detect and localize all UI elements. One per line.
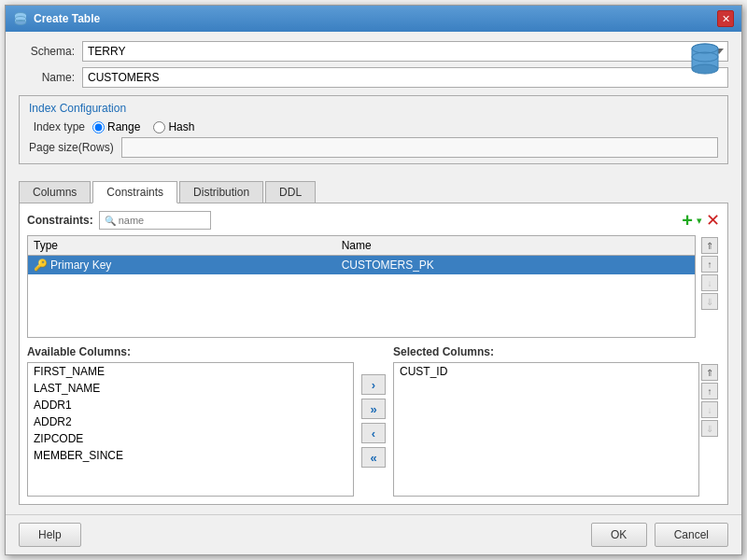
db-icon-decoration [685,39,725,81]
svg-point-7 [692,64,718,74]
help-button[interactable]: Help [19,523,81,547]
constraints-label: Constraints: [27,214,93,227]
page-size-label: Page size(Rows) [29,141,114,154]
tab-ddl[interactable]: DDL [265,181,316,203]
constraint-order-buttons: ⇑ ↑ ↓ ⇓ [699,235,720,338]
list-item[interactable]: CUST_ID [394,363,698,380]
index-type-radios: Range Hash [92,120,204,133]
range-radio[interactable] [92,121,105,133]
selected-columns-panel: Selected Columns: CUST_ID ⇑ ↑ ↓ ⇓ [393,345,720,497]
create-table-dialog: Create Table ✕ Schema: TERRY Name: Index… [5,5,742,555]
list-item[interactable]: ZIPCODE [28,430,353,447]
page-size-row: Page size(Rows) [29,137,718,158]
constraints-search-input[interactable] [119,215,203,226]
table-name-input[interactable] [82,67,728,88]
index-type-label: Index type [29,120,85,133]
schema-row: Schema: TERRY [19,41,728,62]
constraints-toolbar: Constraints: 🔍 + ▾ ✕ [27,211,720,230]
sel-move-top-button[interactable]: ⇑ [701,364,718,381]
move-up-button[interactable]: ↑ [701,256,718,273]
list-item[interactable]: ADDR2 [28,413,353,430]
name-row: Name: [19,67,728,88]
list-item[interactable]: MEMBER_SINCE [28,447,353,464]
table-row[interactable]: 🔑 Primary Key CUSTOMERS_PK [28,256,695,275]
range-label: Range [107,120,140,133]
hash-radio[interactable] [153,121,165,133]
titlebar-left: Create Table [13,11,100,26]
col-header-type: Type [28,236,336,256]
name-label: Name: [19,71,75,84]
move-right-all-button[interactable]: » [361,399,386,419]
selected-columns-list: CUST_ID [393,362,699,497]
dialog-content: Schema: TERRY Name: Index Configuration … [6,32,741,514]
schema-label: Schema: [19,45,75,58]
columns-section: Available Columns: FIRST_NAME LAST_NAME … [27,345,720,497]
sel-move-bottom-button[interactable]: ⇓ [701,420,718,437]
move-left-single-button[interactable]: ‹ [361,423,386,443]
list-item[interactable]: LAST_NAME [28,380,353,397]
move-left-all-button[interactable]: « [361,447,386,468]
constraints-table-area: Type Name 🔑 Primary Key [27,235,720,338]
row-type: 🔑 Primary Key [28,256,336,275]
titlebar-title: Create Table [34,12,100,25]
list-item[interactable]: ADDR1 [28,397,353,413]
tab-distribution[interactable]: Distribution [179,181,263,203]
available-columns-label: Available Columns: [27,345,354,358]
col-header-name: Name [336,236,695,256]
hash-radio-label[interactable]: Hash [153,120,194,133]
sel-move-down-button[interactable]: ↓ [701,401,718,418]
ok-button[interactable]: OK [591,523,647,547]
transfer-buttons: › » ‹ « [354,345,393,497]
schema-select[interactable]: TERRY [82,41,728,62]
move-bottom-button[interactable]: ⇓ [701,293,718,310]
pk-type-label: Primary Key [50,259,111,272]
dialog-footer: Help OK Cancel [6,514,741,554]
index-config-section: Index Configuration Index type Range Has… [19,95,728,164]
constraints-search-box: 🔍 [99,211,211,230]
available-columns-panel: Available Columns: FIRST_NAME LAST_NAME … [27,345,354,497]
tab-bar: Columns Constraints Distribution DDL [19,181,728,203]
tab-columns[interactable]: Columns [19,181,91,203]
constraints-table: Type Name 🔑 Primary Key [27,235,696,338]
index-config-title[interactable]: Index Configuration [29,102,718,115]
move-right-single-button[interactable]: › [361,374,386,395]
constraints-tab-content: Constraints: 🔍 + ▾ ✕ [19,203,728,505]
sel-move-up-button[interactable]: ↑ [701,383,718,399]
index-type-row: Index type Range Hash [29,120,718,133]
search-icon: 🔍 [105,216,116,226]
list-item[interactable]: FIRST_NAME [28,363,353,380]
move-down-button[interactable]: ↓ [701,274,718,291]
titlebar: Create Table ✕ [6,6,741,32]
range-radio-label[interactable]: Range [92,120,140,133]
db-cylinder-icon [685,39,725,78]
tab-constraints[interactable]: Constraints [92,181,177,203]
add-constraint-dropdown[interactable]: ▾ [697,215,702,227]
toolbar-actions: + ▾ ✕ [682,211,720,230]
hash-label: Hash [168,120,194,133]
footer-right-buttons: OK Cancel [591,523,728,547]
selected-order-buttons: ⇑ ↑ ↓ ⇓ [699,362,720,497]
selected-columns-area: CUST_ID ⇑ ↑ ↓ ⇓ [393,362,720,497]
selected-columns-label: Selected Columns: [393,345,720,358]
row-name: CUSTOMERS_PK [336,256,695,275]
page-size-input[interactable] [121,137,718,158]
pk-key-icon: 🔑 [34,259,48,272]
move-top-button[interactable]: ⇑ [701,237,718,254]
title-db-icon [13,11,28,26]
available-columns-list: FIRST_NAME LAST_NAME ADDR1 ADDR2 ZIPCODE… [27,362,354,497]
close-button[interactable]: ✕ [717,10,734,27]
add-constraint-button[interactable]: + [682,211,693,230]
remove-constraint-button[interactable]: ✕ [706,212,720,229]
cancel-button[interactable]: Cancel [655,523,728,547]
